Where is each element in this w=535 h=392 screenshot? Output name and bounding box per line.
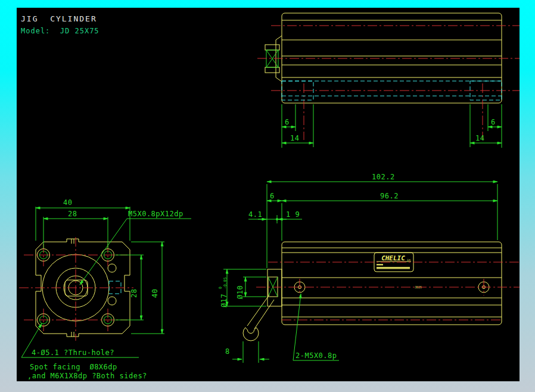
- dim-collar-17: Ø17: [220, 294, 228, 307]
- brand-text: CHELIC: [381, 254, 405, 262]
- cad-drawing: JIG CYLINDER Model: JD 25X75: [17, 8, 520, 381]
- dim-port-offset-19: 1 9: [286, 210, 300, 219]
- side-view: CHELIC in JD25 102.2 96.2 6: [218, 173, 520, 363]
- tolerance-lower: -0.05: [223, 277, 228, 289]
- rod-collar: [268, 269, 282, 306]
- cad-window: { "window": { "canvas_bg": "#000000", "f…: [0, 0, 535, 392]
- dim-head-6: 6: [270, 192, 275, 200]
- rod-tap-label: M5X0.8pX12dp: [128, 210, 183, 218]
- model-label: Model: JD 25X75: [21, 27, 99, 35]
- side-view-dimensions: 102.2 96.2 6 4.1 1 9 Ø17 0 -0.05 Ø10 8 2…: [218, 173, 497, 363]
- top-view: 6 14 6 14: [257, 13, 520, 148]
- brand-microtext-bar-1: [377, 264, 383, 266]
- top-view-dimensions: 6 14 6 14: [282, 104, 502, 148]
- dim-rod-10: Ø10: [236, 285, 244, 299]
- brand-microtext-bar-2: [377, 267, 410, 269]
- dim-overall-102: 102.2: [372, 173, 395, 181]
- front-view-centerlines: [19, 237, 133, 341]
- front-view-dimensions: 40 28 28 40 M5X0.8pX12dp 4-Ø5.1 ?Thru-ho…: [21, 198, 191, 380]
- dim-6-left: 6: [285, 118, 290, 126]
- dim-flats-8: 8: [225, 347, 230, 356]
- front-view: 40 28 28 40 M5X0.8pX12dp 4-Ø5.1 ?Thru-ho…: [19, 198, 191, 380]
- drawing-title: JIG CYLINDER: [21, 14, 97, 23]
- title-block: JIG CYLINDER Model: JD 25X75: [21, 14, 99, 35]
- thru-hole-label: 4-Ø5.1 ?Thru-hole?: [32, 349, 114, 357]
- top-view-centerlines: [257, 26, 520, 140]
- dim-bolt-28: 28: [68, 210, 77, 218]
- tolerance-upper: 0: [218, 287, 223, 289]
- dim-6-right: 6: [491, 118, 496, 126]
- dim-14-right: 14: [475, 134, 484, 142]
- dim-14-left: 14: [290, 134, 299, 142]
- dim-body-96: 96.2: [380, 192, 399, 200]
- dim-bolt-28-vertical: 28: [130, 289, 138, 298]
- ports-label: 2-M5X0.8p: [296, 351, 337, 360]
- dim-height-40: 40: [151, 289, 159, 298]
- spot-facing-label-2: ,and M6X1X8dp ?Both sides?: [27, 372, 147, 380]
- spot-facing-label: Spot facing Ø8X6dp: [30, 363, 117, 371]
- rod-wrench-flats: [243, 295, 274, 341]
- dim-width-40: 40: [63, 198, 72, 207]
- brand-sub-text: in: [407, 258, 410, 262]
- dim-rod-end-4-1: 4.1: [248, 210, 262, 219]
- drawing-canvas[interactable]: JIG CYLINDER Model: JD 25X75: [17, 8, 520, 381]
